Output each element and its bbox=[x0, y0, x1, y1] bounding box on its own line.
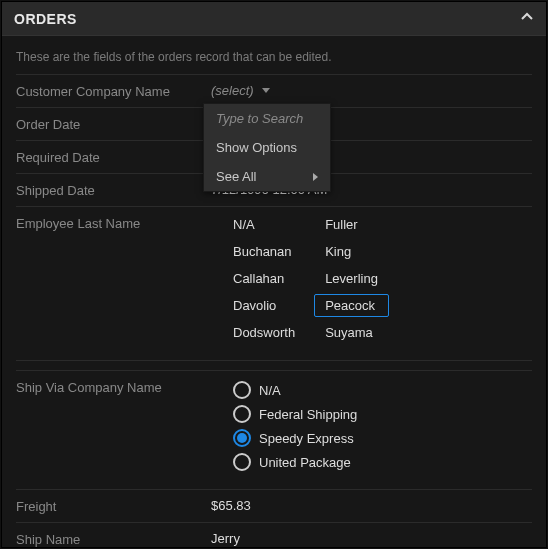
shipvia-option[interactable]: Speedy Express bbox=[233, 429, 532, 447]
shipvia-option-label: Speedy Express bbox=[259, 431, 354, 446]
row-employee: Employee Last Name N/ABuchananCallahanDa… bbox=[16, 206, 532, 360]
radio-icon bbox=[233, 429, 251, 447]
employee-option[interactable]: Callahan bbox=[233, 271, 295, 286]
label-required-date: Required Date bbox=[16, 149, 211, 165]
employee-grid: N/ABuchananCallahanDavolioDodsworthFulle… bbox=[211, 215, 532, 346]
shipvia-option[interactable]: United Package bbox=[233, 453, 532, 471]
label-order-date: Order Date bbox=[16, 116, 211, 132]
value-customer: (select) Type to Search Show Options See… bbox=[211, 83, 532, 98]
dropdown-search-hint[interactable]: Type to Search bbox=[204, 104, 330, 133]
panel-title: ORDERS bbox=[14, 11, 77, 27]
value-shipvia: N/AFederal ShippingSpeedy ExpressUnited … bbox=[211, 379, 532, 475]
employee-column: N/ABuchananCallahanDavolioDodsworth bbox=[233, 217, 295, 340]
employee-option[interactable]: King bbox=[325, 244, 378, 259]
divider bbox=[16, 360, 532, 370]
intro-text: These are the fields of the orders recor… bbox=[16, 50, 532, 74]
employee-option[interactable]: Buchanan bbox=[233, 244, 295, 259]
value-employee: N/ABuchananCallahanDavolioDodsworthFulle… bbox=[211, 215, 532, 346]
collapse-icon[interactable] bbox=[520, 10, 534, 27]
employee-option[interactable]: Suyama bbox=[325, 325, 378, 340]
panel-header: ORDERS bbox=[2, 2, 546, 36]
radio-icon bbox=[233, 405, 251, 423]
employee-option[interactable]: Dodsworth bbox=[233, 325, 295, 340]
row-shipvia: Ship Via Company Name N/AFederal Shippin… bbox=[16, 370, 532, 489]
shipvia-option-label: N/A bbox=[259, 383, 281, 398]
label-freight: Freight bbox=[16, 498, 211, 514]
label-employee: Employee Last Name bbox=[16, 215, 211, 231]
value-freight[interactable]: $65.83 bbox=[211, 498, 532, 513]
shipvia-option-label: United Package bbox=[259, 455, 351, 470]
customer-select-placeholder: (select) bbox=[211, 83, 254, 98]
employee-option[interactable]: Leverling bbox=[325, 271, 378, 286]
dropdown-show-options[interactable]: Show Options bbox=[204, 133, 330, 162]
customer-dropdown: Type to Search Show Options See All bbox=[203, 103, 331, 192]
orders-panel: ORDERS These are the fields of the order… bbox=[1, 1, 547, 548]
radio-icon bbox=[233, 453, 251, 471]
row-customer: Customer Company Name (select) Type to S… bbox=[16, 74, 532, 107]
employee-option[interactable]: Peacock bbox=[314, 294, 389, 317]
shipvia-radio-group: N/AFederal ShippingSpeedy ExpressUnited … bbox=[211, 379, 532, 475]
label-ship-name: Ship Name bbox=[16, 531, 211, 547]
employee-option[interactable]: Fuller bbox=[325, 217, 378, 232]
row-freight: Freight $65.83 bbox=[16, 489, 532, 522]
radio-icon bbox=[233, 381, 251, 399]
value-ship-name[interactable]: Jerry bbox=[211, 531, 532, 546]
row-ship-name: Ship Name Jerry bbox=[16, 522, 532, 549]
customer-select[interactable]: (select) bbox=[211, 83, 270, 98]
label-customer: Customer Company Name bbox=[16, 83, 211, 99]
employee-column: FullerKingLeverlingPeacockSuyama bbox=[325, 217, 378, 340]
employee-option[interactable]: Davolio bbox=[233, 298, 295, 313]
panel-body: These are the fields of the orders recor… bbox=[2, 36, 546, 549]
chevron-down-icon bbox=[262, 88, 270, 93]
chevron-right-icon bbox=[313, 173, 318, 181]
shipvia-option-label: Federal Shipping bbox=[259, 407, 357, 422]
label-shipped-date: Shipped Date bbox=[16, 182, 211, 198]
dropdown-see-all-label: See All bbox=[216, 169, 256, 184]
shipvia-option[interactable]: Federal Shipping bbox=[233, 405, 532, 423]
label-shipvia: Ship Via Company Name bbox=[16, 379, 211, 395]
shipvia-option[interactable]: N/A bbox=[233, 381, 532, 399]
dropdown-see-all[interactable]: See All bbox=[204, 162, 330, 191]
employee-option[interactable]: N/A bbox=[233, 217, 295, 232]
